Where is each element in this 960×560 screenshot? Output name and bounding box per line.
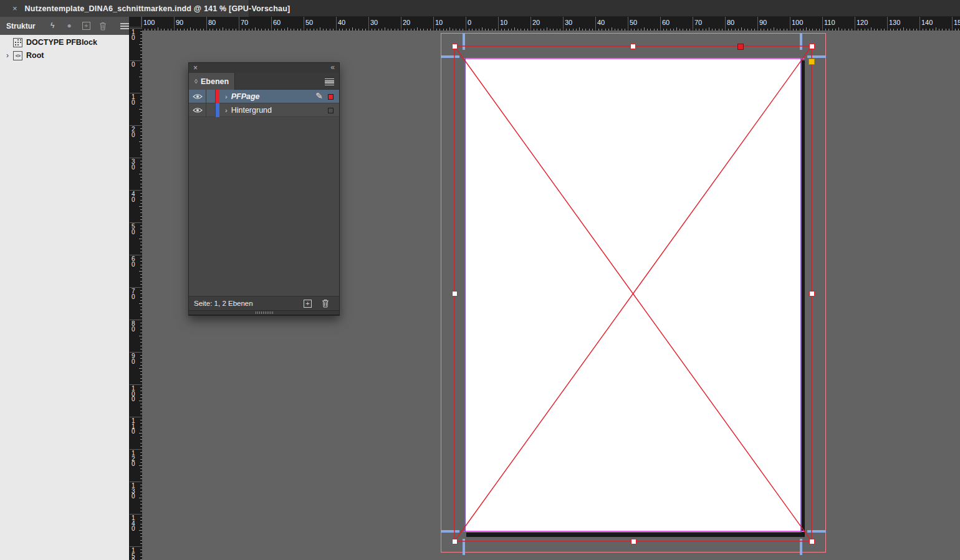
eye-icon: [193, 107, 203, 113]
delete-layer-button[interactable]: [322, 299, 329, 308]
ruler-major-tick: [725, 17, 726, 31]
tab-close-icon[interactable]: ×: [12, 4, 17, 12]
ruler-minor-tick: [140, 148, 142, 148]
new-layer-button[interactable]: +: [304, 300, 312, 308]
ruler-minor-tick: [140, 378, 142, 379]
ruler-minor-tick: [472, 29, 473, 31]
layers-panel-titlebar[interactable]: × «: [189, 63, 339, 73]
ruler-minor-tick: [139, 239, 142, 239]
record-icon[interactable]: ●: [61, 17, 78, 35]
layers-panel-statusbar: Seite: 1, 2 Ebenen +: [189, 296, 339, 310]
layer-expander-icon[interactable]: ›: [225, 107, 228, 114]
selected-items-indicator[interactable]: [328, 94, 334, 100]
panel-resize-handle[interactable]: [189, 310, 339, 315]
ruler-minor-tick: [140, 96, 142, 97]
selection-handle-top-center[interactable]: [630, 44, 636, 49]
ruler-major-tick: [433, 17, 434, 31]
vertical-ruler[interactable]: 1 001 02 03 04 05 06 07 08 09 01 0 01 1 …: [130, 27, 142, 560]
ruler-minor-tick: [910, 29, 910, 31]
ruler-minor-tick: [140, 245, 142, 245]
pasteboard[interactable]: [0, 0, 960, 560]
validate-flash-icon[interactable]: ϟ: [44, 17, 61, 35]
ruler-minor-tick: [618, 29, 618, 31]
ruler-minor-tick: [140, 70, 142, 71]
ruler-minor-tick: [140, 333, 142, 333]
ruler-minor-tick: [184, 29, 185, 31]
selection-handle-bottom-right[interactable]: [809, 539, 815, 544]
ruler-minor-tick: [140, 524, 142, 524]
selection-handle-middle-left[interactable]: [452, 291, 458, 297]
ruler-label: 90: [176, 19, 183, 26]
ruler-minor-tick: [140, 443, 142, 444]
ruler-minor-tick: [527, 29, 528, 31]
ruler-label: 100: [792, 19, 803, 26]
ruler-minor-tick: [140, 374, 142, 375]
ruler-minor-tick: [284, 29, 285, 31]
visibility-toggle[interactable]: [189, 103, 206, 117]
ruler-minor-tick: [245, 29, 246, 31]
ruler-minor-tick: [342, 29, 343, 31]
structure-item-root[interactable]: › <> Root: [0, 50, 129, 61]
collapse-to-icons-icon[interactable]: «: [330, 63, 335, 72]
document-tab[interactable]: × Nutzentemplate_DINA6_schnittmarken.ind…: [0, 0, 249, 17]
selection-handle-middle-right[interactable]: [809, 291, 815, 297]
structure-item-doctype[interactable]: DOCTYPE PFBlock: [0, 37, 129, 48]
ruler-minor-tick: [140, 381, 142, 382]
selection-handle-top-left[interactable]: [452, 44, 458, 49]
indesign-window: 1009080706050403020100102030405060708090…: [0, 0, 960, 560]
ruler-minor-tick: [140, 216, 142, 217]
layer-name[interactable]: Hintergrund: [231, 106, 272, 115]
ruler-minor-tick: [140, 54, 142, 55]
ruler-label: 30: [370, 19, 378, 26]
document-tab-bar: × Nutzentemplate_DINA6_schnittmarken.ind…: [0, 0, 960, 17]
document-page[interactable]: [466, 59, 801, 532]
lock-toggle[interactable]: [206, 90, 216, 103]
ruler-minor-tick: [696, 29, 696, 31]
ruler-minor-tick: [650, 29, 651, 31]
selected-items-indicator[interactable]: [328, 108, 334, 113]
ruler-minor-tick: [469, 29, 469, 31]
layer-name[interactable]: PFPage: [231, 92, 260, 101]
ruler-minor-tick: [715, 29, 716, 31]
horizontal-ruler[interactable]: 1009080706050403020100102030405060708090…: [130, 17, 960, 31]
ruler-minor-tick: [897, 29, 898, 31]
structure-panel: Struktur ϟ ● + DOCTYPE PFBlock ›: [0, 17, 130, 560]
ruler-minor-tick: [140, 67, 142, 67]
visibility-toggle[interactable]: [189, 90, 206, 103]
add-element-button[interactable]: +: [78, 17, 95, 35]
layer-row-pfpage[interactable]: › PFPage ✎: [189, 90, 339, 103]
selection-handle-top-right[interactable]: [809, 44, 815, 49]
panel-close-icon[interactable]: ×: [193, 64, 198, 72]
overlapping-frame-handle[interactable]: [737, 44, 744, 50]
panel-menu-button[interactable]: [117, 17, 133, 35]
selection-handle-bottom-center[interactable]: [631, 539, 636, 544]
layer-expander-icon[interactable]: ›: [225, 93, 228, 100]
ruler-minor-tick: [140, 306, 142, 307]
tab-ebenen[interactable]: ◊ Ebenen: [189, 73, 235, 90]
layer-row-hintergrund[interactable]: › Hintergrund: [189, 103, 339, 117]
ruler-minor-tick: [320, 27, 320, 31]
ruler-minor-tick: [140, 274, 142, 275]
ruler-minor-tick: [537, 29, 537, 31]
lock-toggle[interactable]: [206, 103, 216, 117]
ruler-minor-tick: [485, 29, 486, 31]
ruler-minor-tick: [139, 530, 142, 531]
delete-element-button[interactable]: [95, 17, 112, 35]
ruler-minor-tick: [622, 29, 622, 31]
ruler-minor-tick: [287, 27, 288, 31]
ruler-minor-tick: [816, 29, 817, 31]
selection-handle-bottom-left[interactable]: [452, 539, 458, 544]
ruler-minor-tick: [140, 80, 142, 80]
ruler-minor-tick: [946, 29, 946, 31]
ruler-minor-tick: [140, 475, 142, 476]
ruler-minor-tick: [417, 27, 418, 31]
live-corner-widget[interactable]: [809, 59, 815, 65]
page-edge-shadow-bottom: [466, 533, 805, 537]
ruler-major-tick: [628, 17, 628, 31]
ruler-label: 9 0: [132, 354, 135, 364]
ruler-major-tick: [693, 17, 693, 31]
ruler-minor-tick: [511, 29, 512, 31]
layers-panel-menu-button[interactable]: [325, 77, 334, 87]
ruler-minor-tick: [929, 29, 930, 31]
expander-chevron-icon[interactable]: ›: [3, 51, 12, 60]
